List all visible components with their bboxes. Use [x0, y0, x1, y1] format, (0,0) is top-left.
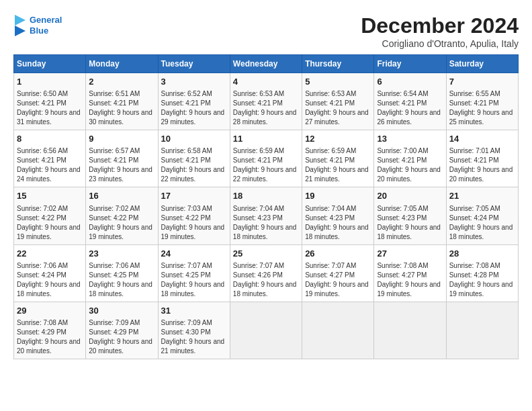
- day-number: 16: [89, 190, 154, 202]
- day-info: Sunrise: 6:52 AM Sunset: 4:21 PM Dayligh…: [161, 89, 227, 127]
- logo-flag-icon: [13, 13, 27, 38]
- day-number: 6: [377, 76, 443, 88]
- title-block: December 2024 Corigliano d'Otranto, Apul…: [361, 13, 519, 49]
- day-cell: 11 Sunrise: 6:59 AM Sunset: 4:21 PM Dayl…: [230, 130, 302, 187]
- day-number: 5: [305, 76, 371, 88]
- day-number: 17: [161, 190, 227, 202]
- day-cell: 20 Sunrise: 7:05 AM Sunset: 4:23 PM Dayl…: [374, 187, 446, 244]
- day-info: Sunrise: 6:59 AM Sunset: 4:21 PM Dayligh…: [233, 146, 299, 184]
- day-cell: 26 Sunrise: 7:07 AM Sunset: 4:27 PM Dayl…: [302, 244, 374, 302]
- svg-marker-1: [15, 26, 26, 36]
- col-header-thursday: Thursday: [302, 55, 374, 73]
- day-info: Sunrise: 6:59 AM Sunset: 4:21 PM Dayligh…: [305, 146, 371, 184]
- day-info: Sunrise: 6:57 AM Sunset: 4:21 PM Dayligh…: [89, 146, 154, 184]
- day-info: Sunrise: 6:53 AM Sunset: 4:21 PM Dayligh…: [233, 89, 299, 127]
- day-number: 29: [17, 305, 83, 317]
- day-cell: 7 Sunrise: 6:55 AM Sunset: 4:21 PM Dayli…: [446, 73, 518, 130]
- day-cell: 1 Sunrise: 6:50 AM Sunset: 4:21 PM Dayli…: [14, 73, 86, 130]
- logo-line2: Blue: [30, 26, 62, 36]
- day-number: 4: [233, 76, 299, 88]
- day-number: 7: [449, 76, 515, 88]
- day-number: 31: [161, 305, 227, 317]
- day-info: Sunrise: 7:01 AM Sunset: 4:21 PM Dayligh…: [449, 146, 515, 184]
- day-info: Sunrise: 6:53 AM Sunset: 4:21 PM Dayligh…: [305, 89, 371, 127]
- day-cell: [446, 302, 518, 359]
- day-number: 2: [89, 76, 154, 88]
- day-number: 20: [377, 190, 443, 202]
- logo: General Blue: [13, 13, 62, 38]
- day-info: Sunrise: 7:00 AM Sunset: 4:21 PM Dayligh…: [377, 146, 443, 184]
- day-cell: 12 Sunrise: 6:59 AM Sunset: 4:21 PM Dayl…: [302, 130, 374, 187]
- day-cell: 29 Sunrise: 7:08 AM Sunset: 4:29 PM Dayl…: [14, 302, 86, 359]
- day-number: 27: [377, 248, 443, 260]
- day-info: Sunrise: 7:02 AM Sunset: 4:22 PM Dayligh…: [89, 204, 154, 242]
- day-info: Sunrise: 6:55 AM Sunset: 4:21 PM Dayligh…: [449, 89, 515, 127]
- day-number: 19: [305, 190, 371, 202]
- day-cell: 9 Sunrise: 6:57 AM Sunset: 4:21 PM Dayli…: [86, 130, 158, 187]
- day-cell: 17 Sunrise: 7:03 AM Sunset: 4:22 PM Dayl…: [158, 187, 230, 244]
- day-number: 23: [89, 248, 154, 260]
- day-cell: 21 Sunrise: 7:05 AM Sunset: 4:24 PM Dayl…: [446, 187, 518, 244]
- week-row-4: 22 Sunrise: 7:06 AM Sunset: 4:24 PM Dayl…: [14, 244, 519, 302]
- day-info: Sunrise: 6:58 AM Sunset: 4:21 PM Dayligh…: [161, 146, 227, 184]
- day-cell: 24 Sunrise: 7:07 AM Sunset: 4:25 PM Dayl…: [158, 244, 230, 302]
- day-cell: 10 Sunrise: 6:58 AM Sunset: 4:21 PM Dayl…: [158, 130, 230, 187]
- day-info: Sunrise: 7:03 AM Sunset: 4:22 PM Dayligh…: [161, 204, 227, 242]
- day-info: Sunrise: 7:07 AM Sunset: 4:26 PM Dayligh…: [233, 261, 299, 299]
- day-cell: 19 Sunrise: 7:04 AM Sunset: 4:23 PM Dayl…: [302, 187, 374, 244]
- day-info: Sunrise: 7:08 AM Sunset: 4:28 PM Dayligh…: [449, 261, 515, 299]
- day-cell: 2 Sunrise: 6:51 AM Sunset: 4:21 PM Dayli…: [86, 73, 158, 130]
- day-info: Sunrise: 6:56 AM Sunset: 4:21 PM Dayligh…: [17, 146, 83, 184]
- col-header-monday: Monday: [86, 55, 158, 73]
- day-number: 15: [17, 190, 83, 202]
- day-number: 8: [17, 133, 83, 145]
- day-info: Sunrise: 7:06 AM Sunset: 4:25 PM Dayligh…: [89, 261, 154, 299]
- day-info: Sunrise: 6:50 AM Sunset: 4:21 PM Dayligh…: [17, 89, 83, 127]
- day-number: 22: [17, 248, 83, 260]
- month-title: December 2024: [361, 13, 519, 38]
- day-cell: 14 Sunrise: 7:01 AM Sunset: 4:21 PM Dayl…: [446, 130, 518, 187]
- header-row: SundayMondayTuesdayWednesdayThursdayFrid…: [14, 55, 519, 73]
- day-cell: 27 Sunrise: 7:08 AM Sunset: 4:27 PM Dayl…: [374, 244, 446, 302]
- day-info: Sunrise: 7:04 AM Sunset: 4:23 PM Dayligh…: [233, 204, 299, 242]
- day-info: Sunrise: 7:04 AM Sunset: 4:23 PM Dayligh…: [305, 204, 371, 242]
- day-info: Sunrise: 7:07 AM Sunset: 4:25 PM Dayligh…: [161, 261, 227, 299]
- day-number: 11: [233, 133, 299, 145]
- day-info: Sunrise: 7:09 AM Sunset: 4:29 PM Dayligh…: [89, 318, 154, 356]
- day-cell: 6 Sunrise: 6:54 AM Sunset: 4:21 PM Dayli…: [374, 73, 446, 130]
- day-cell: 23 Sunrise: 7:06 AM Sunset: 4:25 PM Dayl…: [86, 244, 158, 302]
- day-cell: 5 Sunrise: 6:53 AM Sunset: 4:21 PM Dayli…: [302, 73, 374, 130]
- day-cell: 25 Sunrise: 7:07 AM Sunset: 4:26 PM Dayl…: [230, 244, 302, 302]
- week-row-3: 15 Sunrise: 7:02 AM Sunset: 4:22 PM Dayl…: [14, 187, 519, 244]
- day-info: Sunrise: 7:05 AM Sunset: 4:23 PM Dayligh…: [377, 204, 443, 242]
- day-number: 24: [161, 248, 227, 260]
- col-header-saturday: Saturday: [446, 55, 518, 73]
- col-header-friday: Friday: [374, 55, 446, 73]
- col-header-wednesday: Wednesday: [230, 55, 302, 73]
- page-header: General Blue December 2024 Corigliano d'…: [13, 13, 519, 49]
- day-cell: 16 Sunrise: 7:02 AM Sunset: 4:22 PM Dayl…: [86, 187, 158, 244]
- day-info: Sunrise: 6:51 AM Sunset: 4:21 PM Dayligh…: [89, 89, 154, 127]
- day-cell: [374, 302, 446, 359]
- day-info: Sunrise: 7:05 AM Sunset: 4:24 PM Dayligh…: [449, 204, 515, 242]
- day-info: Sunrise: 7:02 AM Sunset: 4:22 PM Dayligh…: [17, 204, 83, 242]
- day-cell: 15 Sunrise: 7:02 AM Sunset: 4:22 PM Dayl…: [14, 187, 86, 244]
- day-info: Sunrise: 7:09 AM Sunset: 4:30 PM Dayligh…: [161, 318, 227, 356]
- day-number: 30: [89, 305, 154, 317]
- day-cell: [302, 302, 374, 359]
- day-info: Sunrise: 7:06 AM Sunset: 4:24 PM Dayligh…: [17, 261, 83, 299]
- day-cell: 28 Sunrise: 7:08 AM Sunset: 4:28 PM Dayl…: [446, 244, 518, 302]
- day-number: 1: [17, 76, 83, 88]
- week-row-2: 8 Sunrise: 6:56 AM Sunset: 4:21 PM Dayli…: [14, 130, 519, 187]
- day-info: Sunrise: 7:07 AM Sunset: 4:27 PM Dayligh…: [305, 261, 371, 299]
- day-cell: 31 Sunrise: 7:09 AM Sunset: 4:30 PM Dayl…: [158, 302, 230, 359]
- day-number: 28: [449, 248, 515, 260]
- day-number: 13: [377, 133, 443, 145]
- day-info: Sunrise: 6:54 AM Sunset: 4:21 PM Dayligh…: [377, 89, 443, 127]
- day-number: 9: [89, 133, 154, 145]
- day-number: 18: [233, 190, 299, 202]
- day-info: Sunrise: 7:08 AM Sunset: 4:27 PM Dayligh…: [377, 261, 443, 299]
- day-cell: 4 Sunrise: 6:53 AM Sunset: 4:21 PM Dayli…: [230, 73, 302, 130]
- day-number: 14: [449, 133, 515, 145]
- day-cell: 13 Sunrise: 7:00 AM Sunset: 4:21 PM Dayl…: [374, 130, 446, 187]
